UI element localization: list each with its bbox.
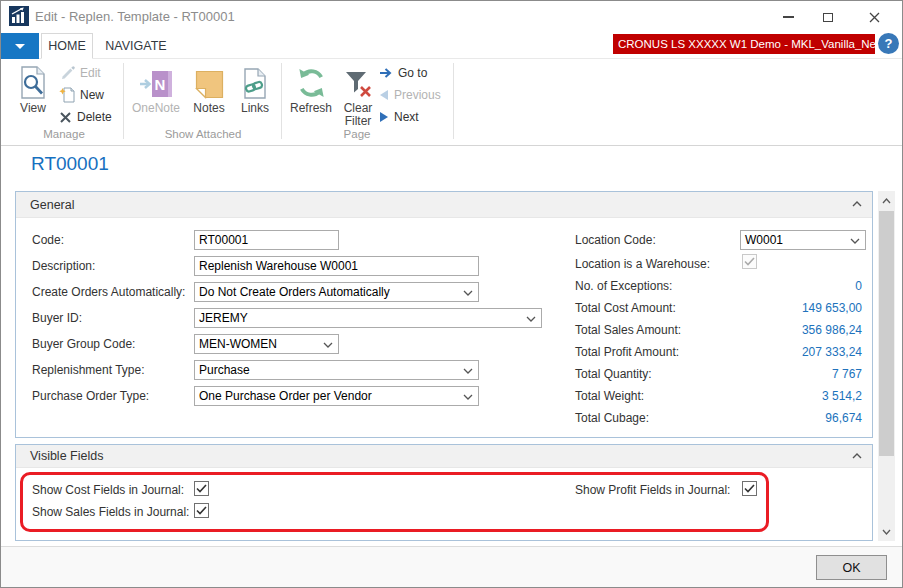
buyer-group-dropdown[interactable]: MEN-WOMEN xyxy=(194,334,339,354)
location-code-dropdown[interactable]: W0001 xyxy=(740,230,866,250)
visible-fields-fasttab: Visible Fields Show Cost Fields in Journ… xyxy=(15,444,873,541)
dialog-footer: OK xyxy=(1,546,902,588)
general-fasttab: General Code: Description: Create Orders… xyxy=(15,191,873,438)
chevron-down-icon xyxy=(463,394,473,400)
minimize-button[interactable] xyxy=(773,7,803,27)
total-weight-value: 3 514,2 xyxy=(716,389,862,403)
code-label: Code: xyxy=(32,233,64,247)
maximize-button[interactable] xyxy=(813,7,843,27)
ribbon-separator xyxy=(123,63,124,139)
total-profit-amount-label: Total Profit Amount: xyxy=(575,345,679,359)
caret-down-icon xyxy=(15,44,25,49)
help-button[interactable]: ? xyxy=(878,33,899,54)
window-title: Edit - Replen. Template - RT00001 xyxy=(35,9,235,24)
clear-filter-icon xyxy=(344,61,373,99)
visible-fields-header-label: Visible Fields xyxy=(30,449,103,463)
links-icon xyxy=(242,61,268,99)
next-label: Next xyxy=(394,110,419,124)
location-is-warehouse-label: Location is a Warehouse: xyxy=(575,257,710,271)
goto-label: Go to xyxy=(398,66,427,80)
ok-button-label: OK xyxy=(842,561,860,575)
replenishment-type-dropdown[interactable]: Purchase xyxy=(194,360,479,380)
edit-button[interactable]: Edit xyxy=(61,64,101,82)
scroll-down-button[interactable] xyxy=(878,524,895,539)
general-header-label: General xyxy=(30,198,74,212)
code-input[interactable] xyxy=(194,230,339,250)
notes-button[interactable]: Notes xyxy=(187,61,231,133)
refresh-icon xyxy=(295,61,328,99)
buyer-id-dropdown[interactable]: JEREMY xyxy=(194,308,542,328)
ribbon-separator xyxy=(281,63,282,139)
show-cost-fields-checkbox[interactable] xyxy=(194,481,209,496)
chevron-down-icon xyxy=(463,290,473,296)
buyer-id-value: JEREMY xyxy=(199,311,248,325)
delete-button[interactable]: Delete xyxy=(59,108,112,126)
vertical-scrollbar[interactable] xyxy=(878,191,895,541)
previous-label: Previous xyxy=(394,88,441,102)
checkmark-icon xyxy=(196,506,207,515)
application-menu-button[interactable] xyxy=(1,33,39,59)
no-of-exceptions-label: No. of Exceptions: xyxy=(575,279,672,293)
no-of-exceptions-value: 0 xyxy=(716,279,862,293)
scroll-up-button[interactable] xyxy=(878,193,895,208)
checkmark-icon xyxy=(744,484,755,493)
buyer-group-label: Buyer Group Code: xyxy=(32,337,135,351)
links-button[interactable]: Links xyxy=(233,61,277,133)
help-icon: ? xyxy=(885,36,893,51)
svg-text:N: N xyxy=(155,76,166,93)
show-attached-group-label: Show Attached xyxy=(127,128,279,140)
view-button[interactable]: View xyxy=(11,61,55,133)
buyer-group-value: MEN-WOMEN xyxy=(199,337,277,351)
chevron-down-icon xyxy=(882,529,891,535)
show-profit-fields-checkbox[interactable] xyxy=(742,481,757,496)
collapse-chevron-icon[interactable] xyxy=(852,201,862,207)
minimize-icon xyxy=(783,16,794,18)
total-quantity-value: 7 767 xyxy=(716,367,862,381)
tab-navigate[interactable]: NAVIGATE xyxy=(96,33,176,59)
view-icon xyxy=(19,61,47,99)
delete-label: Delete xyxy=(77,110,112,124)
replenishment-type-value: Purchase xyxy=(199,363,250,377)
new-button[interactable]: New xyxy=(59,86,104,104)
view-label: View xyxy=(20,102,46,115)
checkmark-icon xyxy=(196,484,207,493)
goto-button[interactable]: Go to xyxy=(379,64,427,82)
ribbon-divider xyxy=(1,145,902,146)
create-orders-dropdown[interactable]: Do Not Create Orders Automatically xyxy=(194,282,479,302)
next-button[interactable]: Next xyxy=(379,108,419,126)
visible-fields-header[interactable]: Visible Fields xyxy=(16,445,872,468)
previous-button[interactable]: Previous xyxy=(379,86,441,104)
app-window: Edit - Replen. Template - RT00001 HOME N… xyxy=(0,0,903,588)
location-code-value: W0001 xyxy=(745,233,783,247)
goto-arrow-icon xyxy=(379,67,393,79)
tab-home-label: HOME xyxy=(48,39,86,53)
onenote-label: OneNote xyxy=(132,102,180,115)
purchase-order-type-dropdown[interactable]: One Purchase Order per Vendor xyxy=(194,386,479,406)
scrollbar-thumb[interactable] xyxy=(879,211,894,456)
general-header[interactable]: General xyxy=(16,192,872,218)
title-bar: Edit - Replen. Template - RT00001 xyxy=(1,1,902,31)
chevron-down-icon xyxy=(526,316,536,322)
close-button[interactable] xyxy=(859,7,889,27)
notes-icon xyxy=(195,61,224,99)
collapse-chevron-icon[interactable] xyxy=(852,453,862,459)
tab-home[interactable]: HOME xyxy=(41,33,93,59)
clear-filter-button[interactable]: Clear Filter xyxy=(337,61,379,133)
next-arrow-icon xyxy=(379,111,389,123)
description-input[interactable] xyxy=(194,256,479,276)
ok-button[interactable]: OK xyxy=(816,555,887,580)
chevron-up-icon xyxy=(882,198,891,204)
close-icon xyxy=(869,12,880,23)
refresh-label: Refresh xyxy=(290,102,332,115)
refresh-button[interactable]: Refresh xyxy=(287,61,335,133)
previous-arrow-icon xyxy=(379,89,389,101)
edit-pencil-icon xyxy=(61,66,75,80)
buyer-id-label: Buyer ID: xyxy=(32,311,82,325)
show-sales-fields-checkbox[interactable] xyxy=(194,503,209,518)
app-logo-icon xyxy=(9,6,29,26)
onenote-button[interactable]: N OneNote xyxy=(129,61,183,133)
total-sales-amount-value: 356 986,24 xyxy=(716,323,862,337)
onenote-icon: N xyxy=(139,61,173,99)
total-weight-label: Total Weight: xyxy=(575,389,644,403)
create-orders-label: Create Orders Automatically: xyxy=(32,285,185,299)
